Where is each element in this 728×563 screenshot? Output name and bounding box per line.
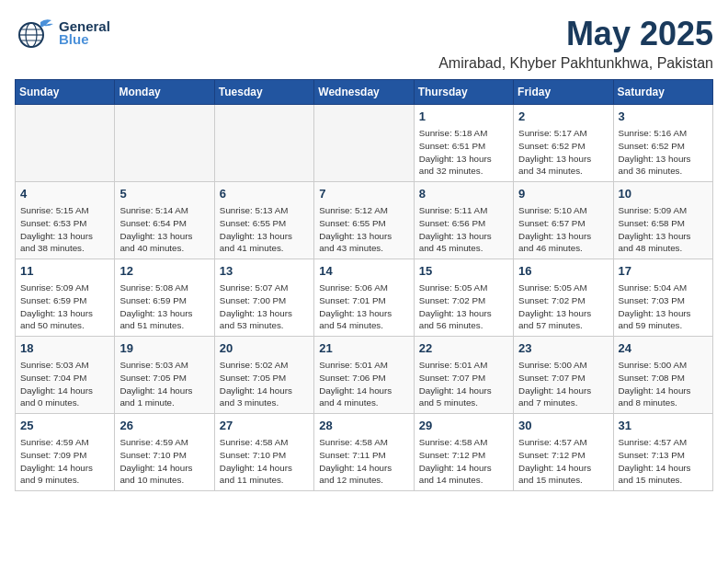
- calendar-week-4: 18Sunrise: 5:03 AM Sunset: 7:04 PM Dayli…: [16, 337, 713, 414]
- logo: General Blue: [15, 15, 110, 50]
- day-number: 26: [119, 418, 209, 434]
- day-info: Sunrise: 4:58 AM Sunset: 7:10 PM Dayligh…: [220, 436, 309, 487]
- weekday-header-friday: Friday: [514, 80, 613, 105]
- calendar-cell: 16Sunrise: 5:05 AM Sunset: 7:02 PM Dayli…: [514, 259, 613, 337]
- calendar-cell: 17Sunrise: 5:04 AM Sunset: 7:03 PM Dayli…: [613, 259, 712, 337]
- day-number: 15: [419, 263, 508, 280]
- day-info: Sunrise: 5:03 AM Sunset: 7:05 PM Dayligh…: [119, 359, 209, 409]
- weekday-header-monday: Monday: [115, 80, 214, 105]
- location-title: Amirabad, Khyber Pakhtunkhwa, Pakistan: [438, 55, 713, 72]
- calendar-cell: 29Sunrise: 4:58 AM Sunset: 7:12 PM Dayli…: [414, 414, 513, 491]
- calendar-cell: 23Sunrise: 5:00 AM Sunset: 7:07 PM Dayli…: [514, 337, 613, 414]
- day-number: 16: [518, 263, 608, 280]
- day-info: Sunrise: 4:59 AM Sunset: 7:10 PM Dayligh…: [119, 436, 209, 487]
- day-number: 22: [419, 340, 508, 357]
- calendar-cell: 12Sunrise: 5:08 AM Sunset: 6:59 PM Dayli…: [115, 259, 214, 337]
- weekday-header-thursday: Thursday: [414, 80, 513, 105]
- day-number: 8: [419, 186, 508, 202]
- day-info: Sunrise: 5:01 AM Sunset: 7:06 PM Dayligh…: [319, 359, 408, 409]
- calendar-cell: 9Sunrise: 5:10 AM Sunset: 6:57 PM Daylig…: [514, 182, 613, 259]
- day-number: 9: [518, 186, 608, 202]
- calendar-cell: 26Sunrise: 4:59 AM Sunset: 7:10 PM Dayli…: [115, 414, 214, 491]
- day-number: 17: [619, 263, 708, 280]
- day-info: Sunrise: 4:58 AM Sunset: 7:11 PM Dayligh…: [319, 436, 408, 487]
- day-number: 12: [119, 263, 209, 280]
- day-info: Sunrise: 5:18 AM Sunset: 6:51 PM Dayligh…: [419, 127, 508, 178]
- day-info: Sunrise: 4:59 AM Sunset: 7:09 PM Dayligh…: [20, 436, 109, 487]
- calendar-cell: 6Sunrise: 5:13 AM Sunset: 6:55 PM Daylig…: [214, 182, 313, 259]
- calendar-week-1: 1Sunrise: 5:18 AM Sunset: 6:51 PM Daylig…: [16, 105, 713, 182]
- day-info: Sunrise: 4:57 AM Sunset: 7:12 PM Dayligh…: [518, 436, 608, 487]
- day-number: 4: [20, 186, 109, 202]
- calendar-cell: 31Sunrise: 4:57 AM Sunset: 7:13 PM Dayli…: [613, 414, 712, 491]
- day-number: 2: [518, 109, 608, 125]
- day-number: 3: [619, 109, 708, 125]
- day-number: 24: [619, 340, 708, 357]
- calendar-cell: [314, 105, 414, 182]
- day-info: Sunrise: 5:17 AM Sunset: 6:52 PM Dayligh…: [518, 127, 608, 178]
- day-info: Sunrise: 5:12 AM Sunset: 6:55 PM Dayligh…: [319, 204, 408, 255]
- day-info: Sunrise: 5:05 AM Sunset: 7:02 PM Dayligh…: [419, 282, 508, 332]
- calendar-body: 1Sunrise: 5:18 AM Sunset: 6:51 PM Daylig…: [16, 105, 713, 491]
- calendar-cell: 15Sunrise: 5:05 AM Sunset: 7:02 PM Dayli…: [414, 259, 513, 337]
- day-number: 18: [20, 340, 109, 357]
- logo-icon: [15, 15, 55, 50]
- page-header: General Blue May 2025 Amirabad, Khyber P…: [15, 15, 713, 72]
- calendar-cell: 3Sunrise: 5:16 AM Sunset: 6:52 PM Daylig…: [613, 105, 712, 182]
- day-number: 11: [20, 263, 109, 280]
- calendar-header-row: SundayMondayTuesdayWednesdayThursdayFrid…: [16, 80, 713, 105]
- day-info: Sunrise: 5:15 AM Sunset: 6:53 PM Dayligh…: [20, 204, 109, 255]
- month-title: May 2025: [438, 15, 713, 53]
- calendar-cell: 20Sunrise: 5:02 AM Sunset: 7:05 PM Dayli…: [214, 337, 313, 414]
- calendar-cell: 27Sunrise: 4:58 AM Sunset: 7:10 PM Dayli…: [214, 414, 313, 491]
- day-info: Sunrise: 5:13 AM Sunset: 6:55 PM Dayligh…: [220, 204, 309, 255]
- day-number: 21: [319, 340, 408, 357]
- calendar-cell: 30Sunrise: 4:57 AM Sunset: 7:12 PM Dayli…: [514, 414, 613, 491]
- calendar-week-5: 25Sunrise: 4:59 AM Sunset: 7:09 PM Dayli…: [16, 414, 713, 491]
- day-number: 20: [220, 340, 309, 357]
- day-info: Sunrise: 5:16 AM Sunset: 6:52 PM Dayligh…: [619, 127, 708, 178]
- day-info: Sunrise: 5:09 AM Sunset: 6:58 PM Dayligh…: [619, 204, 708, 255]
- day-info: Sunrise: 5:01 AM Sunset: 7:07 PM Dayligh…: [419, 359, 508, 409]
- calendar-week-2: 4Sunrise: 5:15 AM Sunset: 6:53 PM Daylig…: [16, 182, 713, 259]
- calendar-cell: [115, 105, 214, 182]
- calendar-cell: 22Sunrise: 5:01 AM Sunset: 7:07 PM Dayli…: [414, 337, 513, 414]
- weekday-header-sunday: Sunday: [16, 80, 115, 105]
- day-number: 7: [319, 186, 408, 202]
- day-info: Sunrise: 5:10 AM Sunset: 6:57 PM Dayligh…: [518, 204, 608, 255]
- day-info: Sunrise: 5:02 AM Sunset: 7:05 PM Dayligh…: [220, 359, 309, 409]
- calendar-cell: 19Sunrise: 5:03 AM Sunset: 7:05 PM Dayli…: [115, 337, 214, 414]
- weekday-header-saturday: Saturday: [613, 80, 712, 105]
- calendar-cell: 18Sunrise: 5:03 AM Sunset: 7:04 PM Dayli…: [16, 337, 115, 414]
- day-info: Sunrise: 5:14 AM Sunset: 6:54 PM Dayligh…: [119, 204, 209, 255]
- day-info: Sunrise: 5:06 AM Sunset: 7:01 PM Dayligh…: [319, 282, 408, 332]
- day-info: Sunrise: 5:04 AM Sunset: 7:03 PM Dayligh…: [619, 282, 708, 332]
- day-number: 23: [518, 340, 608, 357]
- calendar-cell: 10Sunrise: 5:09 AM Sunset: 6:58 PM Dayli…: [613, 182, 712, 259]
- day-number: 14: [319, 263, 408, 280]
- day-number: 27: [220, 418, 309, 434]
- day-number: 30: [518, 418, 608, 434]
- title-block: May 2025 Amirabad, Khyber Pakhtunkhwa, P…: [438, 15, 713, 72]
- calendar-cell: 11Sunrise: 5:09 AM Sunset: 6:59 PM Dayli…: [16, 259, 115, 337]
- calendar-cell: 4Sunrise: 5:15 AM Sunset: 6:53 PM Daylig…: [16, 182, 115, 259]
- calendar-cell: 24Sunrise: 5:00 AM Sunset: 7:08 PM Dayli…: [613, 337, 712, 414]
- calendar-cell: 25Sunrise: 4:59 AM Sunset: 7:09 PM Dayli…: [16, 414, 115, 491]
- calendar-cell: 14Sunrise: 5:06 AM Sunset: 7:01 PM Dayli…: [314, 259, 414, 337]
- calendar-cell: [16, 105, 115, 182]
- day-number: 28: [319, 418, 408, 434]
- day-number: 5: [119, 186, 209, 202]
- calendar-cell: 2Sunrise: 5:17 AM Sunset: 6:52 PM Daylig…: [514, 105, 613, 182]
- calendar-cell: 5Sunrise: 5:14 AM Sunset: 6:54 PM Daylig…: [115, 182, 214, 259]
- day-number: 25: [20, 418, 109, 434]
- day-number: 31: [619, 418, 708, 434]
- day-number: 19: [119, 340, 209, 357]
- day-info: Sunrise: 5:11 AM Sunset: 6:56 PM Dayligh…: [419, 204, 508, 255]
- weekday-header-tuesday: Tuesday: [214, 80, 313, 105]
- day-number: 10: [619, 186, 708, 202]
- day-info: Sunrise: 5:00 AM Sunset: 7:07 PM Dayligh…: [518, 359, 608, 409]
- calendar-cell: [214, 105, 313, 182]
- day-info: Sunrise: 5:00 AM Sunset: 7:08 PM Dayligh…: [619, 359, 708, 409]
- calendar-week-3: 11Sunrise: 5:09 AM Sunset: 6:59 PM Dayli…: [16, 259, 713, 337]
- calendar-table: SundayMondayTuesdayWednesdayThursdayFrid…: [15, 79, 713, 491]
